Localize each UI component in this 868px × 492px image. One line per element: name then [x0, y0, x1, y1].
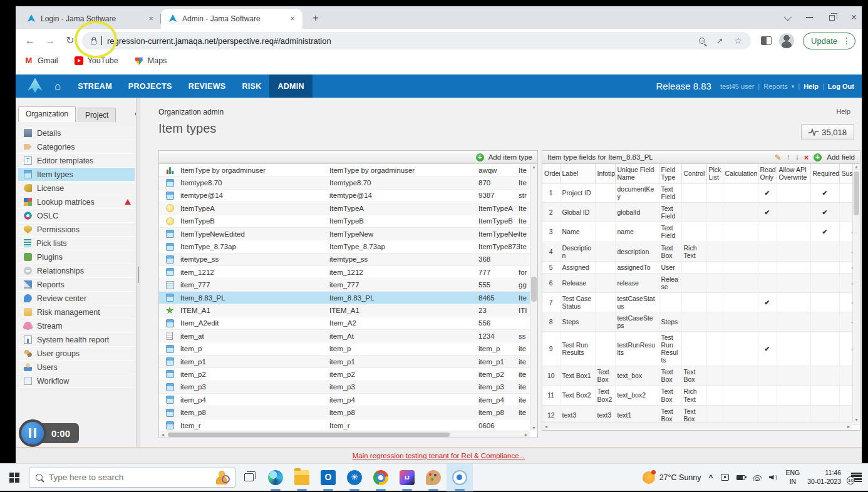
tab-close-icon[interactable]: [146, 14, 156, 24]
column-header[interactable]: Required: [810, 164, 839, 183]
restore-icon[interactable]: [829, 15, 835, 21]
fields-vertical-scrollbar[interactable]: ▲ ▼: [852, 164, 860, 423]
taskbar-search[interactable]: [29, 468, 235, 488]
address-bar[interactable]: regression-current.jamaqa.net/perspectiv…: [82, 32, 751, 49]
item-type-row[interactable]: ItemType_8.73ap ItemType_8.73ap ItemType…: [159, 240, 530, 253]
sidebar-item[interactable]: Relationships: [18, 264, 135, 278]
item-type-row[interactable]: ItemTypeNewEdited ItemTypeNew ItemTypeNe…: [159, 228, 530, 240]
item-type-row[interactable]: itemtype@14 itemtype@14 9387 str: [159, 190, 530, 202]
item-type-row[interactable]: ItemType by orgadminuser ItemType by org…: [159, 164, 530, 177]
field-row[interactable]: 7 Test Case Status testCaseStatus ✔: [542, 292, 860, 312]
minimize-icon[interactable]: [806, 17, 813, 18]
item-type-row[interactable]: item_p1 item_p1 item_p1 ite: [159, 356, 530, 368]
home-icon[interactable]: [54, 80, 61, 93]
taskbar-app[interactable]: [315, 464, 341, 491]
forward-icon[interactable]: [42, 33, 58, 49]
close-icon[interactable]: [851, 13, 857, 23]
nav-item[interactable]: REVIEWS: [180, 74, 234, 98]
browser-menu-icon[interactable]: [842, 36, 851, 46]
item-type-row[interactable]: Item_8.83_PL Item_8.83_PL 8465 Ite: [159, 292, 530, 304]
notification-center-icon[interactable]: 10: [851, 473, 862, 482]
taskbar-app[interactable]: [447, 464, 473, 491]
field-row[interactable]: 4 Description description Text Box Rich …: [542, 242, 860, 261]
item-type-row[interactable]: item_p4 item_p4 item_p4 ite: [159, 394, 530, 406]
zoom-icon[interactable]: [699, 38, 705, 44]
item-counter-badge[interactable]: 35,018: [801, 124, 854, 140]
bookmark-item[interactable]: Maps: [135, 56, 167, 65]
pause-recording-button[interactable]: [19, 419, 46, 447]
sidebar-item[interactable]: Pick lists: [18, 237, 135, 250]
volume-icon[interactable]: [769, 474, 778, 481]
column-header[interactable]: Order: [542, 164, 560, 183]
item-type-row[interactable]: item_p3 item_p3 item_p3 ite: [159, 381, 530, 394]
item-type-row[interactable]: ItemTypeB ItemTypeB ItemTypeB Ite: [159, 215, 530, 228]
bookmark-star-icon[interactable]: [735, 36, 743, 46]
scroll-thumb[interactable]: [168, 433, 450, 437]
item-type-row[interactable]: item_p2 item_p2 item_p2 ite: [159, 368, 530, 381]
item-type-row[interactable]: item_1212 item_1212 777 for: [159, 266, 530, 279]
task-view-icon[interactable]: [244, 473, 254, 481]
taskbar-clock[interactable]: 11:46 30-01-2023: [807, 469, 841, 486]
sidebar-item[interactable]: Categories: [18, 140, 135, 154]
reports-menu[interactable]: Reports: [763, 83, 788, 90]
sidebar-item[interactable]: OSLC: [18, 209, 135, 223]
edit-field-icon[interactable]: [775, 153, 782, 162]
update-button[interactable]: Update: [803, 33, 855, 49]
sidebar-item[interactable]: Review center: [18, 292, 135, 305]
field-row[interactable]: 3 Name name Text Field: [542, 222, 860, 242]
weather-widget[interactable]: 27°C Sunny: [643, 471, 701, 484]
page-help-link[interactable]: Help: [836, 108, 850, 115]
move-up-icon[interactable]: [787, 153, 790, 161]
sidebar-item[interactable]: Details: [18, 126, 135, 140]
nav-item[interactable]: STREAM: [70, 74, 120, 98]
sidebar-item[interactable]: Workflow: [18, 374, 135, 388]
field-row[interactable]: 10 Text Box1 Text Box text_box Text Box …: [542, 366, 860, 386]
current-user[interactable]: test45 user: [720, 83, 754, 90]
sidebar-tab[interactable]: Organization: [18, 106, 76, 122]
item-type-row[interactable]: Itemtype8.70 Itemtype8.70 870 Ite: [159, 177, 530, 189]
sidebar-item[interactable]: Lookup matrices: [18, 195, 135, 209]
nav-item[interactable]: PROJECTS: [120, 74, 180, 98]
logout-link[interactable]: Log Out: [828, 83, 854, 90]
bookmark-item[interactable]: Gmail: [24, 56, 58, 65]
taskbar-app[interactable]: [394, 464, 420, 491]
tab-close-icon[interactable]: [287, 14, 297, 24]
field-row[interactable]: 2 Global ID globalId Text Field ✔: [542, 203, 860, 222]
taskbar-app[interactable]: [368, 464, 394, 491]
tray-app-icon[interactable]: [721, 474, 729, 481]
add-field-button[interactable]: Add field: [827, 153, 855, 161]
grid-vertical-scrollbar[interactable]: ▲ ▼: [530, 164, 537, 431]
nav-item[interactable]: ADMIN: [269, 74, 312, 98]
item-type-row[interactable]: ItemTypeA ItemTypeA ItemTypeA Ite: [159, 202, 530, 215]
sidebar-item[interactable]: Stream: [18, 319, 135, 333]
back-icon[interactable]: [22, 33, 38, 49]
field-row[interactable]: 1 Project ID documentKey Text Field: [542, 183, 860, 203]
item-type-row[interactable]: item_p8 item_p8 item_p8 ite: [159, 406, 530, 419]
item-type-row[interactable]: item_777 item_777 555 gg: [159, 279, 530, 292]
column-header[interactable]: Infotip: [595, 164, 615, 183]
field-row[interactable]: 9 Test Run Results testRunResults Test R…: [542, 332, 860, 366]
sidebar-splitter[interactable]: [136, 98, 140, 447]
move-down-icon[interactable]: [795, 153, 799, 161]
sidebar-tab[interactable]: Project: [78, 108, 116, 122]
column-header[interactable]: Pick List: [706, 164, 723, 183]
side-panel-icon[interactable]: [761, 36, 772, 45]
bookmark-item[interactable]: YouTube: [75, 56, 118, 65]
reload-icon[interactable]: [62, 33, 78, 49]
tab-search-icon[interactable]: [783, 13, 792, 21]
item-type-row[interactable]: ITEM_A1 ITEM_A1 23 ITI: [159, 304, 530, 317]
share-icon[interactable]: [716, 36, 723, 46]
browser-tab[interactable]: Login - Jama Software: [19, 9, 161, 29]
browser-tab[interactable]: Admin - Jama Software: [161, 9, 302, 29]
taskbar-app[interactable]: [341, 464, 368, 491]
item-type-row[interactable]: item_at item_At 1234 ss: [159, 330, 530, 342]
start-button[interactable]: [0, 464, 29, 491]
field-row[interactable]: 8 Steps testCaseSteps Steps: [542, 312, 860, 331]
nav-item[interactable]: RISK: [234, 74, 269, 98]
field-row[interactable]: 12 text3 text3 text1 Text Box Text Box: [542, 405, 860, 424]
jama-logo[interactable]: [26, 78, 44, 95]
sidebar-item[interactable]: Item types: [18, 168, 135, 182]
column-header[interactable]: Read Only: [758, 164, 777, 183]
item-type-row[interactable]: Item_r Item_r 0606: [159, 419, 530, 431]
column-header[interactable]: Allow API Overwrite: [777, 164, 810, 183]
